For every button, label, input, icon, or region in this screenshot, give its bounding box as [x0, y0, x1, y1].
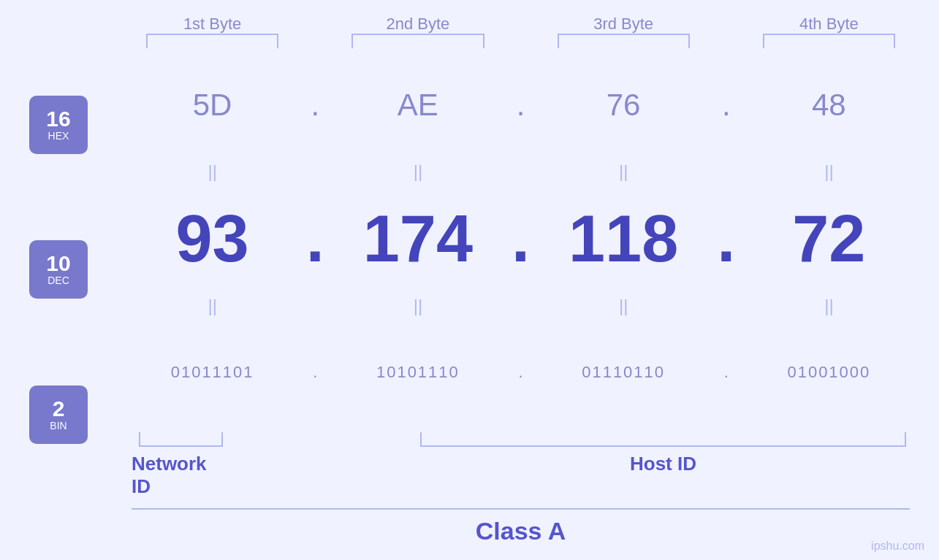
dot-dec-2: . [512, 206, 530, 272]
dot-hex-2: . [517, 88, 525, 123]
dot-hex-1: . [311, 88, 319, 123]
equals-row-1: || || || || [132, 157, 910, 186]
hex-byte-2: AE [398, 88, 438, 123]
hex-badge: 16 HEX [29, 96, 88, 154]
dec-byte-4: 72 [792, 206, 865, 272]
byte-label-4: 4th Byte [748, 15, 910, 53]
dec-row: 93 . 174 . 118 . 72 [132, 186, 910, 291]
dot-bin-1: . [313, 363, 317, 382]
dot-hex-3: . [722, 88, 731, 123]
network-id-label: Network ID [132, 453, 230, 498]
dot-bin-3: . [724, 363, 729, 382]
bin-byte-4: 01001000 [787, 363, 870, 382]
byte-labels-row: 1st Byte 2nd Byte 3rd Byte 4th Byte [29, 15, 910, 53]
bin-byte-1: 01011101 [171, 363, 254, 382]
dot-bin-2: . [518, 363, 522, 382]
dot-dec-1: . [306, 206, 324, 272]
hex-row: 5D . AE . 76 . 48 [132, 53, 910, 157]
byte-label-3: 3rd Byte [543, 15, 704, 53]
hex-byte-4: 48 [812, 88, 846, 123]
byte-label-1: 1st Byte [132, 15, 293, 53]
bin-badge: 2 BIN [29, 386, 88, 444]
dec-byte-1: 93 [176, 206, 249, 272]
bin-byte-3: 01110110 [582, 363, 665, 382]
hex-byte-1: 5D [193, 88, 232, 123]
bin-row: 01011101 . 10101110 . 01110110 . 0100100… [132, 321, 910, 425]
dec-byte-2: 174 [363, 206, 473, 272]
dot-dec-3: . [717, 206, 735, 272]
dec-badge: 10 DEC [29, 240, 88, 299]
class-section: Class A [132, 508, 910, 545]
hex-byte-3: 76 [607, 88, 641, 123]
dec-byte-3: 118 [569, 206, 678, 272]
equals-row-2: || || || || [132, 291, 910, 321]
watermark: ipshu.com [871, 540, 924, 553]
class-label: Class A [476, 517, 566, 545]
host-id-label: Host ID [630, 453, 696, 475]
page-container: 1st Byte 2nd Byte 3rd Byte 4th Byte 16 H… [0, 0, 939, 560]
base-labels: 16 HEX 10 DEC 2 BIN [29, 53, 124, 545]
bin-byte-2: 10101110 [376, 363, 460, 382]
id-brackets-row: Network ID Host ID [132, 432, 910, 498]
byte-label-2: 2nd Byte [337, 15, 498, 53]
